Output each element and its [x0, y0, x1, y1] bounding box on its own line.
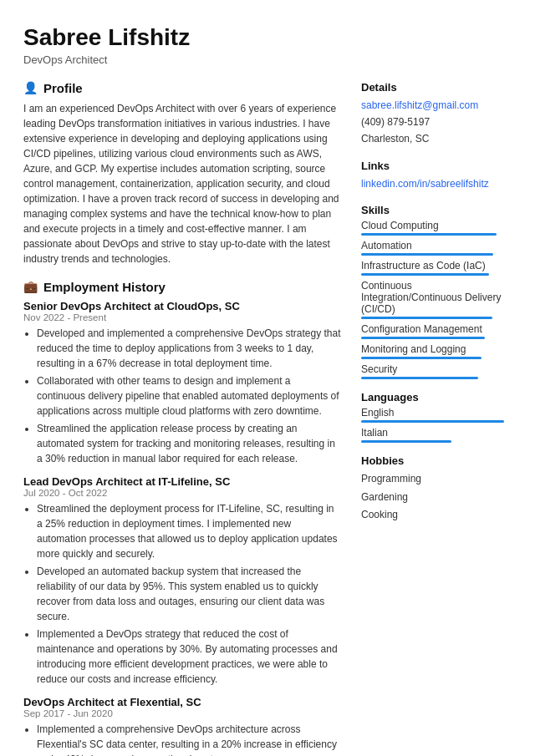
- skills-container: Cloud ComputingAutomationInfrastructure …: [361, 220, 512, 379]
- skill-item: Automation: [361, 240, 512, 256]
- skill-item: Cloud Computing: [361, 220, 512, 236]
- job-title: DevOps Architect at Flexential, SC: [23, 696, 341, 708]
- skill-name: Security: [361, 363, 512, 375]
- skill-bar: [361, 273, 489, 276]
- languages-container: EnglishItalian: [361, 407, 512, 443]
- job-item: Senior DevOps Architect at CloudOps, SCN…: [23, 300, 341, 466]
- languages-block: Languages EnglishItalian: [361, 391, 512, 443]
- language-name: Italian: [361, 427, 512, 439]
- language-bar: [361, 440, 451, 443]
- skill-name: Configuration Management: [361, 323, 512, 335]
- employment-section: 💼 Employment History Senior DevOps Archi…: [23, 280, 341, 756]
- profile-section: 👤 Profile I am an experienced DevOps Arc…: [23, 81, 341, 266]
- job-bullet: Collaborated with other teams to design …: [37, 373, 341, 419]
- skill-item: Infrastructure as Code (IaC): [361, 260, 512, 276]
- profile-heading: 👤 Profile: [23, 81, 341, 95]
- hobbies-block: Hobbies ProgrammingGardeningCooking: [361, 454, 512, 525]
- skill-item: Security: [361, 363, 512, 379]
- skill-name: Automation: [361, 240, 512, 251]
- job-bullet: Implemented a DevOps strategy that reduc…: [37, 627, 341, 687]
- skill-bar: [361, 357, 482, 359]
- skill-name: Monitoring and Logging: [361, 343, 512, 355]
- phone-text: (409) 879-5197: [361, 114, 512, 130]
- skill-bar: [361, 337, 485, 339]
- details-heading: Details: [361, 81, 512, 94]
- hobby-item: Programming: [361, 470, 512, 489]
- skill-bar: [361, 233, 497, 236]
- links-heading: Links: [361, 160, 512, 172]
- job-title: Lead DevOps Architect at IT-Lifeline, SC: [23, 475, 341, 488]
- hobbies-heading: Hobbies: [361, 454, 512, 467]
- skills-block: Skills Cloud ComputingAutomationInfrastr…: [361, 204, 512, 379]
- skill-name: Continuous Integration/Continuous Delive…: [361, 280, 512, 315]
- details-block: Details sabree.lifshitz@gmail.com (409) …: [361, 81, 512, 148]
- language-name: English: [361, 407, 512, 419]
- linkedin-link[interactable]: linkedin.com/in/sabreelifshitz: [361, 175, 512, 192]
- skills-heading: Skills: [361, 204, 512, 216]
- skill-bar: [361, 317, 492, 319]
- job-date: Sep 2017 - Jun 2020: [23, 708, 341, 718]
- jobs-container: Senior DevOps Architect at CloudOps, SCN…: [23, 300, 341, 756]
- job-bullet: Developed an automated backup system tha…: [37, 564, 341, 624]
- job-item: Lead DevOps Architect at IT-Lifeline, SC…: [23, 475, 341, 687]
- employment-icon: 💼: [23, 280, 38, 293]
- left-column: 👤 Profile I am an experienced DevOps Arc…: [23, 81, 341, 756]
- job-title: Senior DevOps Architect at CloudOps, SC: [23, 300, 341, 312]
- skill-bar: [361, 377, 478, 379]
- job-bullet: Streamlined the deployment process for I…: [37, 501, 341, 561]
- job-bullets: Implemented a comprehensive DevOps archi…: [23, 722, 341, 756]
- skill-name: Infrastructure as Code (IaC): [361, 260, 512, 271]
- hobby-item: Gardening: [361, 489, 512, 507]
- resume-page: Sabree Lifshitz DevOps Architect 👤 Profi…: [0, 0, 535, 756]
- resume-header: Sabree Lifshitz DevOps Architect: [23, 23, 512, 66]
- profile-text: I am an experienced DevOps Architect wit…: [23, 101, 341, 266]
- job-bullet: Streamlined the application release proc…: [37, 421, 341, 466]
- job-bullets: Streamlined the deployment process for I…: [23, 501, 341, 687]
- language-item: English: [361, 407, 512, 423]
- candidate-title: DevOps Architect: [23, 53, 512, 66]
- links-block: Links linkedin.com/in/sabreelifshitz: [361, 160, 512, 192]
- skill-item: Monitoring and Logging: [361, 343, 512, 359]
- languages-heading: Languages: [361, 391, 512, 403]
- email-link[interactable]: sabree.lifshitz@gmail.com: [361, 97, 512, 114]
- job-bullets: Developed and implemented a comprehensiv…: [23, 326, 341, 466]
- job-date: Jul 2020 - Oct 2022: [23, 488, 341, 498]
- job-bullet: Implemented a comprehensive DevOps archi…: [37, 722, 341, 756]
- job-bullet: Developed and implemented a comprehensiv…: [37, 326, 341, 371]
- language-bar: [361, 420, 504, 423]
- hobbies-container: ProgrammingGardeningCooking: [361, 470, 512, 525]
- skill-item: Configuration Management: [361, 323, 512, 339]
- profile-icon: 👤: [23, 81, 38, 94]
- job-date: Nov 2022 - Present: [23, 312, 341, 322]
- language-item: Italian: [361, 427, 512, 443]
- job-item: DevOps Architect at Flexential, SCSep 20…: [23, 696, 341, 756]
- candidate-name: Sabree Lifshitz: [23, 23, 512, 52]
- skill-name: Cloud Computing: [361, 220, 512, 231]
- main-layout: 👤 Profile I am an experienced DevOps Arc…: [23, 81, 512, 756]
- skill-bar: [361, 253, 493, 256]
- skill-item: Continuous Integration/Continuous Delive…: [361, 280, 512, 319]
- right-column: Details sabree.lifshitz@gmail.com (409) …: [361, 81, 512, 756]
- employment-heading: 💼 Employment History: [23, 280, 341, 294]
- hobby-item: Cooking: [361, 506, 512, 525]
- location-text: Charleston, SC: [361, 130, 512, 147]
